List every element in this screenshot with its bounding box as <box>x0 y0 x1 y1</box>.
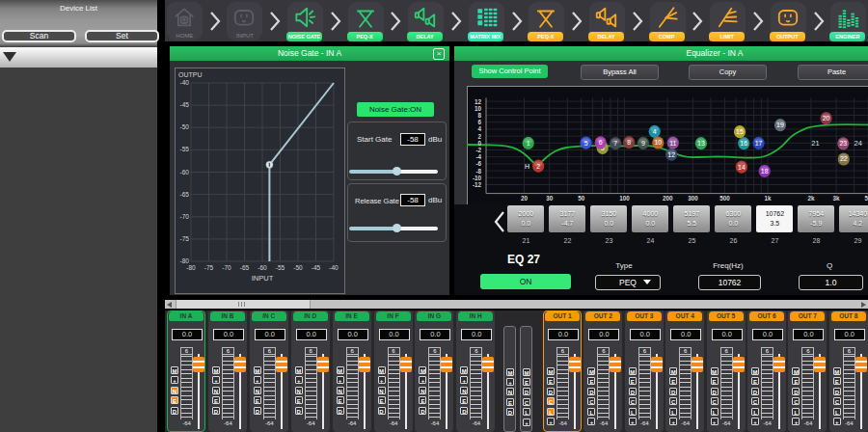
svg-text:10: 10 <box>654 139 662 146</box>
svg-text:22: 22 <box>840 155 848 162</box>
svg-text:H: H <box>525 163 529 170</box>
svg-text:9: 9 <box>641 140 645 147</box>
svg-text:12: 12 <box>667 151 675 158</box>
svg-text:24: 24 <box>854 139 862 148</box>
svg-text:13: 13 <box>697 140 705 147</box>
svg-text:2: 2 <box>536 163 540 170</box>
svg-text:23: 23 <box>839 140 847 147</box>
svg-text:6: 6 <box>599 139 603 146</box>
svg-text:11: 11 <box>669 140 676 147</box>
svg-text:4: 4 <box>653 128 657 135</box>
svg-text:18: 18 <box>761 168 769 175</box>
svg-text:17: 17 <box>755 140 763 147</box>
svg-text:14: 14 <box>738 164 746 171</box>
svg-text:16: 16 <box>740 140 747 147</box>
svg-text:7: 7 <box>613 140 617 147</box>
svg-text:8: 8 <box>627 139 631 146</box>
svg-text:1: 1 <box>527 140 530 147</box>
svg-text:15: 15 <box>736 128 744 135</box>
svg-text:20: 20 <box>823 115 830 122</box>
svg-text:21: 21 <box>811 139 819 148</box>
svg-text:5: 5 <box>584 140 588 147</box>
svg-text:19: 19 <box>776 122 784 128</box>
